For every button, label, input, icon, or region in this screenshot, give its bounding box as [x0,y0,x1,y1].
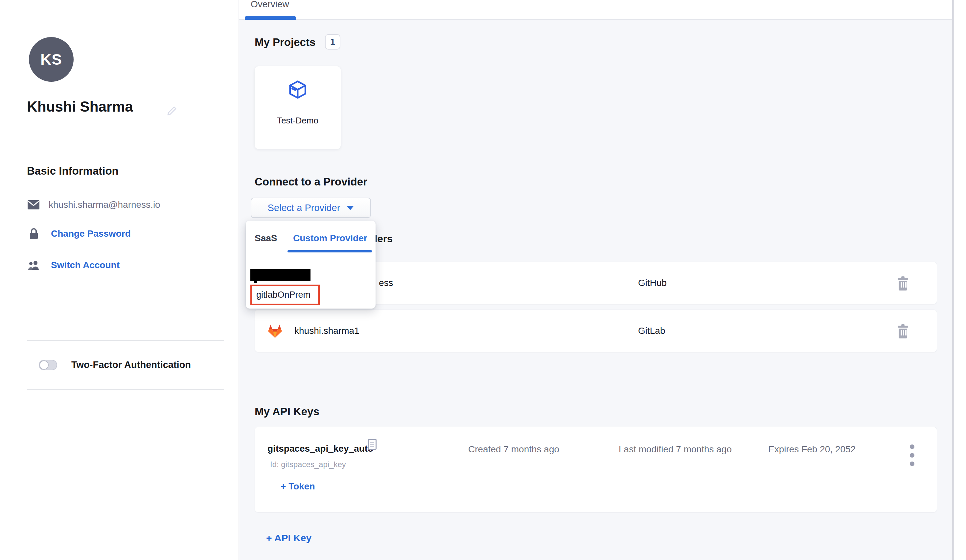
select-provider-button[interactable]: Select a Provider [251,198,371,218]
api-key-menu-icon[interactable] [909,442,915,468]
email-value: khushi.sharma@harness.io [49,200,160,210]
profile-page: KS Khushi Sharma Basic Information khush… [0,0,966,560]
mail-icon [28,200,39,210]
sidebar-divider-top [27,340,224,341]
two-factor-toggle[interactable] [39,360,57,370]
redacted-option-mark [254,281,257,283]
redacted-option [250,269,310,281]
highlighted-option-box[interactable]: gitlabOnPrem [250,285,320,305]
chevron-down-icon [347,206,354,210]
avatar: KS [29,37,74,82]
connect-provider-heading: Connect to a Provider [255,175,367,188]
provider-account-name: khushi.sharma1 [294,310,360,352]
profile-name: Khushi Sharma [27,98,133,115]
delete-provider-icon[interactable] [896,324,910,339]
tab-overview[interactable]: Overview [251,0,289,10]
basic-information-title: Basic Information [27,165,118,177]
api-key-modified: Last modified 7 months ago [619,444,732,455]
switch-account-row: Switch Account [27,260,120,270]
api-key-id: Id: gitspaces_api_key [270,460,346,469]
tabstrip-border [239,19,953,20]
tab-overview-active-underline [245,16,296,20]
api-key-card: gitspaces_api_key_auto Id: gitspaces_api… [255,427,937,513]
add-api-key-link[interactable]: + API Key [266,532,312,544]
project-cube-icon [288,79,308,100]
switch-account-link[interactable]: Switch Account [51,260,120,270]
provider-row-gitlab: khushi.sharma1 GitLab [255,309,937,352]
project-card[interactable]: Test-Demo [255,66,341,149]
email-row: khushi.sharma@harness.io [28,200,160,210]
dropdown-tab-custom-provider[interactable]: Custom Provider [293,233,367,244]
provider-type-label: GitLab [638,310,665,352]
api-key-expires: Expires Feb 20, 2052 [768,444,856,455]
lock-icon [29,228,39,240]
sidebar-divider-bottom [27,389,224,390]
api-key-created: Created 7 months ago [468,444,559,455]
dropdown-active-tab-underline [288,250,372,252]
sidebar: KS Khushi Sharma Basic Information khush… [0,0,239,560]
dropdown-option-gitlabonprem[interactable]: gitlabOnPrem [256,286,310,304]
my-api-keys-heading: My API Keys [255,405,319,418]
scrollbar-gutter[interactable] [954,0,966,560]
two-factor-label: Two-Factor Authentication [71,359,191,370]
select-provider-label: Select a Provider [268,203,340,213]
provider-account-name: ess [379,262,393,304]
users-icon [27,260,40,270]
toggle-knob [39,360,49,370]
my-projects-heading: My Projects [255,36,315,49]
change-password-row: Change Password [29,228,131,240]
project-name: Test-Demo [255,116,341,126]
gitlab-logo-icon [267,323,283,339]
dropdown-tab-saas[interactable]: SaaS [255,233,277,244]
edit-name-icon[interactable] [166,105,178,117]
change-password-link[interactable]: Change Password [51,228,131,239]
api-key-name: gitspaces_api_key_auto [268,444,373,454]
provider-dropdown: SaaS Custom Provider gitlabOnPrem [246,221,376,309]
delete-provider-icon[interactable] [896,277,910,291]
avatar-initials: KS [40,51,62,68]
add-token-link[interactable]: + Token [281,481,315,492]
projects-count-badge: 1 [325,34,340,49]
copy-icon[interactable] [368,439,376,450]
provider-type-label: GitHub [638,262,667,304]
